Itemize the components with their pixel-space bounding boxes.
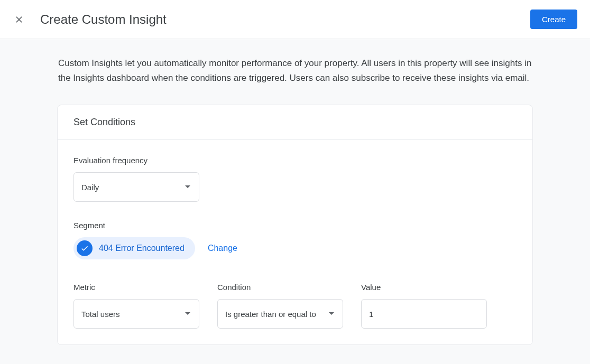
page-header: Create Custom Insight Create — [0, 0, 590, 39]
card-title: Set Conditions — [73, 117, 517, 128]
metric-group: Metric Total users — [73, 283, 199, 329]
content-area: Custom Insights let you automatically mo… — [57, 39, 533, 345]
metric-condition-value-row: Metric Total users Condition I — [73, 283, 517, 329]
metric-value: Total users — [81, 310, 120, 319]
change-link[interactable]: Change — [208, 244, 237, 253]
evaluation-frequency-value: Daily — [81, 183, 99, 192]
condition-select[interactable]: Is greater than or equal to — [217, 299, 343, 329]
evaluation-frequency-label: Evaluation frequency — [73, 156, 517, 165]
close-icon — [14, 14, 24, 25]
card-body: Evaluation frequency Daily Segment — [58, 140, 532, 344]
segment-group: Segment 404 Error Encountered Change — [73, 221, 517, 259]
metric-label: Metric — [73, 283, 199, 292]
value-label: Value — [361, 283, 487, 292]
condition-group: Condition Is greater than or equal to — [217, 283, 343, 329]
card-header: Set Conditions — [58, 105, 532, 140]
value-group: Value — [361, 283, 487, 329]
evaluation-frequency-group: Evaluation frequency Daily — [73, 156, 517, 202]
check-icon — [77, 240, 93, 256]
page-title: Create Custom Insight — [40, 12, 167, 27]
segment-chip-label: 404 Error Encountered — [99, 244, 185, 253]
condition-label: Condition — [217, 283, 343, 292]
create-button[interactable]: Create — [530, 10, 577, 29]
value-input[interactable] — [361, 299, 487, 329]
description-text: Custom Insights let you automatically mo… — [57, 56, 533, 86]
evaluation-frequency-select[interactable]: Daily — [73, 172, 199, 202]
close-button[interactable] — [13, 13, 25, 26]
header-left: Create Custom Insight — [13, 12, 167, 27]
conditions-card: Set Conditions Evaluation frequency Dail… — [57, 105, 533, 345]
condition-value: Is greater than or equal to — [225, 310, 316, 319]
metric-select[interactable]: Total users — [73, 299, 199, 329]
segment-chip[interactable]: 404 Error Encountered — [73, 237, 195, 259]
segment-label: Segment — [73, 221, 517, 230]
